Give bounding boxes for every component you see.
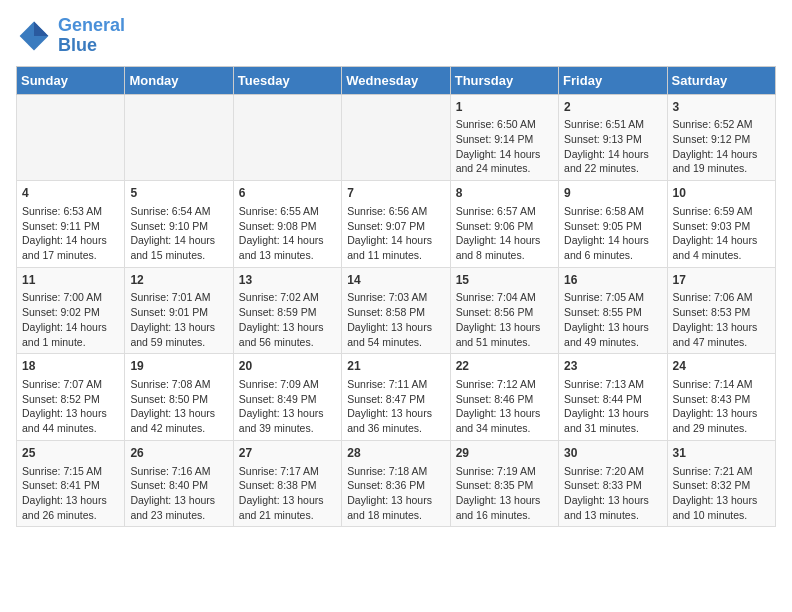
- day-detail: Sunrise: 7:16 AM Sunset: 8:40 PM Dayligh…: [130, 465, 215, 521]
- calendar-cell: 13Sunrise: 7:02 AM Sunset: 8:59 PM Dayli…: [233, 267, 341, 354]
- day-detail: Sunrise: 7:04 AM Sunset: 8:56 PM Dayligh…: [456, 291, 541, 347]
- day-number: 14: [347, 272, 444, 289]
- calendar-week-1: 1Sunrise: 6:50 AM Sunset: 9:14 PM Daylig…: [17, 94, 776, 181]
- day-detail: Sunrise: 7:01 AM Sunset: 9:01 PM Dayligh…: [130, 291, 215, 347]
- day-number: 5: [130, 185, 227, 202]
- calendar-cell: 31Sunrise: 7:21 AM Sunset: 8:32 PM Dayli…: [667, 440, 775, 527]
- day-number: 9: [564, 185, 661, 202]
- day-detail: Sunrise: 7:03 AM Sunset: 8:58 PM Dayligh…: [347, 291, 432, 347]
- day-number: 23: [564, 358, 661, 375]
- day-detail: Sunrise: 7:19 AM Sunset: 8:35 PM Dayligh…: [456, 465, 541, 521]
- calendar-cell: 2Sunrise: 6:51 AM Sunset: 9:13 PM Daylig…: [559, 94, 667, 181]
- calendar-cell: [342, 94, 450, 181]
- calendar-cell: 23Sunrise: 7:13 AM Sunset: 8:44 PM Dayli…: [559, 354, 667, 441]
- day-number: 2: [564, 99, 661, 116]
- header-row: SundayMondayTuesdayWednesdayThursdayFrid…: [17, 66, 776, 94]
- logo-text: General Blue: [58, 16, 125, 56]
- calendar-cell: 17Sunrise: 7:06 AM Sunset: 8:53 PM Dayli…: [667, 267, 775, 354]
- day-number: 10: [673, 185, 770, 202]
- day-number: 19: [130, 358, 227, 375]
- day-detail: Sunrise: 7:14 AM Sunset: 8:43 PM Dayligh…: [673, 378, 758, 434]
- day-detail: Sunrise: 7:13 AM Sunset: 8:44 PM Dayligh…: [564, 378, 649, 434]
- calendar-cell: 7Sunrise: 6:56 AM Sunset: 9:07 PM Daylig…: [342, 181, 450, 268]
- day-number: 22: [456, 358, 553, 375]
- day-detail: Sunrise: 6:52 AM Sunset: 9:12 PM Dayligh…: [673, 118, 758, 174]
- day-detail: Sunrise: 7:02 AM Sunset: 8:59 PM Dayligh…: [239, 291, 324, 347]
- calendar-cell: 12Sunrise: 7:01 AM Sunset: 9:01 PM Dayli…: [125, 267, 233, 354]
- day-number: 15: [456, 272, 553, 289]
- day-number: 18: [22, 358, 119, 375]
- calendar-cell: 26Sunrise: 7:16 AM Sunset: 8:40 PM Dayli…: [125, 440, 233, 527]
- day-detail: Sunrise: 7:07 AM Sunset: 8:52 PM Dayligh…: [22, 378, 107, 434]
- calendar-cell: 29Sunrise: 7:19 AM Sunset: 8:35 PM Dayli…: [450, 440, 558, 527]
- day-number: 26: [130, 445, 227, 462]
- day-detail: Sunrise: 7:20 AM Sunset: 8:33 PM Dayligh…: [564, 465, 649, 521]
- calendar-cell: 14Sunrise: 7:03 AM Sunset: 8:58 PM Dayli…: [342, 267, 450, 354]
- calendar-week-5: 25Sunrise: 7:15 AM Sunset: 8:41 PM Dayli…: [17, 440, 776, 527]
- day-detail: Sunrise: 7:09 AM Sunset: 8:49 PM Dayligh…: [239, 378, 324, 434]
- calendar-cell: 21Sunrise: 7:11 AM Sunset: 8:47 PM Dayli…: [342, 354, 450, 441]
- calendar-cell: 8Sunrise: 6:57 AM Sunset: 9:06 PM Daylig…: [450, 181, 558, 268]
- day-detail: Sunrise: 7:11 AM Sunset: 8:47 PM Dayligh…: [347, 378, 432, 434]
- day-header-tuesday: Tuesday: [233, 66, 341, 94]
- day-detail: Sunrise: 7:05 AM Sunset: 8:55 PM Dayligh…: [564, 291, 649, 347]
- svg-marker-1: [34, 21, 48, 35]
- logo-icon: [16, 18, 52, 54]
- day-number: 30: [564, 445, 661, 462]
- day-number: 1: [456, 99, 553, 116]
- day-number: 25: [22, 445, 119, 462]
- day-number: 3: [673, 99, 770, 116]
- day-header-sunday: Sunday: [17, 66, 125, 94]
- day-number: 27: [239, 445, 336, 462]
- day-header-saturday: Saturday: [667, 66, 775, 94]
- calendar-cell: 3Sunrise: 6:52 AM Sunset: 9:12 PM Daylig…: [667, 94, 775, 181]
- day-detail: Sunrise: 6:55 AM Sunset: 9:08 PM Dayligh…: [239, 205, 324, 261]
- day-number: 7: [347, 185, 444, 202]
- calendar-cell: 25Sunrise: 7:15 AM Sunset: 8:41 PM Dayli…: [17, 440, 125, 527]
- calendar-cell: 28Sunrise: 7:18 AM Sunset: 8:36 PM Dayli…: [342, 440, 450, 527]
- day-header-wednesday: Wednesday: [342, 66, 450, 94]
- calendar-cell: 18Sunrise: 7:07 AM Sunset: 8:52 PM Dayli…: [17, 354, 125, 441]
- calendar-cell: 11Sunrise: 7:00 AM Sunset: 9:02 PM Dayli…: [17, 267, 125, 354]
- page-header: General Blue: [16, 16, 776, 56]
- day-detail: Sunrise: 7:21 AM Sunset: 8:32 PM Dayligh…: [673, 465, 758, 521]
- day-number: 20: [239, 358, 336, 375]
- day-detail: Sunrise: 7:00 AM Sunset: 9:02 PM Dayligh…: [22, 291, 107, 347]
- calendar-week-3: 11Sunrise: 7:00 AM Sunset: 9:02 PM Dayli…: [17, 267, 776, 354]
- day-detail: Sunrise: 6:53 AM Sunset: 9:11 PM Dayligh…: [22, 205, 107, 261]
- calendar-cell: 27Sunrise: 7:17 AM Sunset: 8:38 PM Dayli…: [233, 440, 341, 527]
- day-number: 17: [673, 272, 770, 289]
- calendar-week-4: 18Sunrise: 7:07 AM Sunset: 8:52 PM Dayli…: [17, 354, 776, 441]
- day-header-friday: Friday: [559, 66, 667, 94]
- day-detail: Sunrise: 7:17 AM Sunset: 8:38 PM Dayligh…: [239, 465, 324, 521]
- day-number: 13: [239, 272, 336, 289]
- day-detail: Sunrise: 6:58 AM Sunset: 9:05 PM Dayligh…: [564, 205, 649, 261]
- day-number: 21: [347, 358, 444, 375]
- day-detail: Sunrise: 7:08 AM Sunset: 8:50 PM Dayligh…: [130, 378, 215, 434]
- day-number: 8: [456, 185, 553, 202]
- day-detail: Sunrise: 6:50 AM Sunset: 9:14 PM Dayligh…: [456, 118, 541, 174]
- logo: General Blue: [16, 16, 125, 56]
- calendar-table: SundayMondayTuesdayWednesdayThursdayFrid…: [16, 66, 776, 528]
- calendar-cell: 5Sunrise: 6:54 AM Sunset: 9:10 PM Daylig…: [125, 181, 233, 268]
- day-number: 6: [239, 185, 336, 202]
- day-detail: Sunrise: 7:06 AM Sunset: 8:53 PM Dayligh…: [673, 291, 758, 347]
- calendar-cell: 10Sunrise: 6:59 AM Sunset: 9:03 PM Dayli…: [667, 181, 775, 268]
- day-detail: Sunrise: 7:15 AM Sunset: 8:41 PM Dayligh…: [22, 465, 107, 521]
- day-detail: Sunrise: 6:54 AM Sunset: 9:10 PM Dayligh…: [130, 205, 215, 261]
- day-header-thursday: Thursday: [450, 66, 558, 94]
- day-number: 29: [456, 445, 553, 462]
- day-detail: Sunrise: 6:59 AM Sunset: 9:03 PM Dayligh…: [673, 205, 758, 261]
- day-number: 28: [347, 445, 444, 462]
- calendar-cell: 4Sunrise: 6:53 AM Sunset: 9:11 PM Daylig…: [17, 181, 125, 268]
- day-number: 31: [673, 445, 770, 462]
- day-detail: Sunrise: 7:12 AM Sunset: 8:46 PM Dayligh…: [456, 378, 541, 434]
- day-number: 24: [673, 358, 770, 375]
- calendar-cell: [233, 94, 341, 181]
- day-number: 4: [22, 185, 119, 202]
- calendar-cell: [125, 94, 233, 181]
- day-number: 11: [22, 272, 119, 289]
- day-detail: Sunrise: 6:57 AM Sunset: 9:06 PM Dayligh…: [456, 205, 541, 261]
- calendar-cell: 19Sunrise: 7:08 AM Sunset: 8:50 PM Dayli…: [125, 354, 233, 441]
- day-header-monday: Monday: [125, 66, 233, 94]
